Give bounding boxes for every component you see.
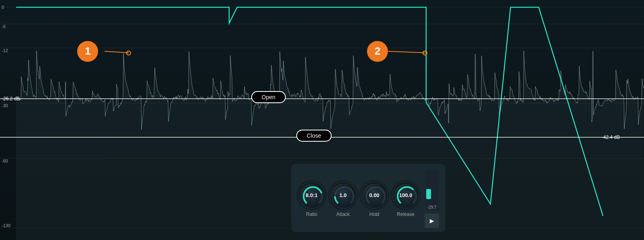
ratio-value: 8.0:1 — [306, 192, 318, 198]
db-label-6: -6 — [2, 24, 6, 29]
threshold-open-db-label: -26.2 dB — [2, 96, 20, 102]
close-button[interactable]: Close — [296, 130, 332, 142]
db-label-30: -30 — [2, 103, 8, 108]
control-point-2[interactable] — [422, 51, 427, 55]
db-label-60: -60 — [2, 159, 8, 163]
db-label-130: -130 — [2, 223, 10, 228]
main-container: 0 -6 -12 -30 -60 -130 -26.2 dB -42.4 dB … — [0, 0, 644, 240]
db-labels: 0 -6 -12 -30 -60 -130 — [0, 0, 16, 240]
level-meter-bar — [426, 189, 431, 199]
meter-play-group: -29.7 ▶ — [425, 170, 439, 228]
db-label-0: 0 — [2, 5, 4, 10]
control-point-1[interactable] — [126, 51, 131, 55]
level-meter: -29.7 — [425, 170, 438, 210]
release-knob-container: 100.0 Release — [392, 181, 420, 217]
threshold-close-db-label: -42.4 dB — [602, 134, 620, 140]
threshold-open-line — [0, 98, 644, 99]
attack-label: Attack — [336, 212, 350, 217]
badge-1[interactable]: 1 — [77, 41, 98, 62]
hold-value: 0.00 — [369, 192, 379, 198]
controls-panel: 8.0:1 Ratio 1.0 Attack 0.00 Hold 100.0 — [291, 164, 445, 232]
release-label: Release — [397, 212, 414, 217]
attack-knob[interactable]: 1.0 — [329, 181, 357, 209]
hold-knob[interactable]: 0.00 — [360, 181, 388, 209]
db-label-12: -12 — [2, 48, 8, 53]
hold-label: Hold — [369, 212, 379, 217]
ratio-knob[interactable]: 8.0:1 — [297, 181, 326, 209]
release-knob[interactable]: 100.0 — [392, 181, 420, 209]
hold-knob-container: 0.00 Hold — [360, 181, 388, 217]
ratio-label: Ratio — [306, 212, 317, 217]
badge-2[interactable]: 2 — [367, 41, 388, 62]
level-meter-value-label: -29.7 — [425, 205, 438, 210]
attack-value: 1.0 — [339, 192, 347, 198]
play-button[interactable]: ▶ — [425, 214, 439, 228]
attack-knob-container: 1.0 Attack — [329, 181, 357, 217]
ratio-knob-container: 8.0:1 Ratio — [297, 181, 326, 217]
open-button[interactable]: Open — [251, 91, 286, 103]
release-value: 100.0 — [399, 192, 412, 198]
